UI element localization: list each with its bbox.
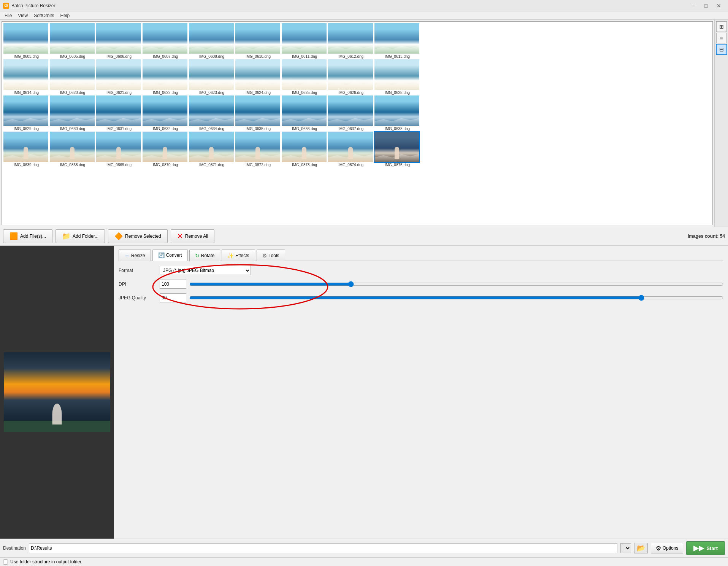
image-cell[interactable]: IMG_0631.dng [96, 95, 142, 131]
images-count: Images count: 54 [688, 234, 725, 239]
tab-convert[interactable]: 🔄 Convert [152, 250, 188, 261]
destination-label: Destination [3, 545, 26, 551]
image-cell[interactable]: IMG_0629.dng [3, 95, 49, 131]
image-cell[interactable]: IMG_0611.dng [282, 23, 327, 59]
close-button[interactable]: ✕ [713, 2, 725, 10]
menu-file[interactable]: File [2, 12, 15, 19]
image-grid-container[interactable]: IMG_0603.dngIMG_0605.dngIMG_0606.dngIMG_… [2, 21, 713, 225]
image-label: IMG_0630.dng [50, 127, 95, 131]
image-cell[interactable]: IMG_0607.dng [143, 23, 188, 59]
image-cell[interactable]: IMG_0628.dng [374, 59, 420, 95]
image-cell[interactable]: IMG_0625.dng [282, 59, 327, 95]
image-cell[interactable]: IMG_0868.dng [50, 132, 95, 167]
app-title: Batch Picture Resizer [11, 3, 55, 8]
image-cell[interactable]: IMG_0626.dng [328, 59, 374, 95]
image-label: IMG_0872.dng [235, 163, 281, 167]
remove-selected-label: Remove Selected [125, 234, 161, 239]
jpeg-quality-slider[interactable] [189, 294, 723, 302]
image-cell[interactable]: IMG_0630.dng [50, 95, 95, 131]
image-label: IMG_0612.dng [328, 54, 374, 59]
tab-resize[interactable]: ↔ Resize [119, 250, 151, 261]
image-cell[interactable]: IMG_0622.dng [143, 59, 188, 95]
gear-icon: ⚙ [656, 545, 661, 552]
image-label: IMG_0639.dng [3, 163, 49, 167]
image-cell[interactable]: IMG_0620.dng [50, 59, 95, 95]
image-cell[interactable]: IMG_0613.dng [374, 23, 420, 59]
convert-panel: Format JPG (*.jpg) JPEG Bitmap PNG (*.pn… [119, 266, 723, 302]
tab-tools[interactable]: ⚙ Tools [257, 250, 285, 261]
tools-icon: ⚙ [262, 253, 267, 259]
footer-bar: Use folder structure in output folder [0, 557, 728, 566]
image-cell[interactable]: IMG_0871.dng [189, 132, 235, 167]
image-grid: IMG_0603.dngIMG_0605.dngIMG_0606.dngIMG_… [2, 22, 712, 169]
image-cell[interactable]: IMG_0635.dng [235, 95, 281, 131]
dpi-row: DPI [119, 280, 723, 289]
image-label: IMG_0873.dng [282, 163, 327, 167]
image-cell[interactable]: IMG_0636.dng [282, 95, 327, 131]
tab-rotate[interactable]: ↻ Rotate [189, 250, 220, 261]
image-label: IMG_0607.dng [143, 54, 188, 59]
menu-softorbits[interactable]: SoftOrbits [31, 12, 57, 19]
image-cell[interactable]: IMG_0875.dng [374, 132, 420, 167]
image-label: IMG_0626.dng [328, 91, 374, 95]
maximize-button[interactable]: □ [700, 2, 712, 10]
image-cell[interactable]: IMG_0634.dng [189, 95, 235, 131]
image-cell[interactable]: IMG_0639.dng [3, 132, 49, 167]
add-files-button[interactable]: 🟧 Add File(s)... [3, 229, 52, 243]
tab-resize-label: Resize [131, 253, 145, 258]
image-cell[interactable]: IMG_0605.dng [50, 23, 95, 59]
destination-browse-button[interactable]: 📂 [634, 543, 648, 553]
image-label: IMG_0871.dng [189, 163, 235, 167]
format-select[interactable]: JPG (*.jpg) JPEG Bitmap PNG (*.png) Port… [160, 266, 251, 275]
image-cell[interactable]: IMG_0873.dng [282, 132, 327, 167]
destination-dropdown[interactable] [620, 543, 631, 553]
image-label: IMG_0628.dng [374, 91, 420, 95]
bottom-area: ↔ Resize 🔄 Convert ↻ Rotate ✨ Effects ⚙ [0, 246, 728, 539]
folder-structure-checkbox[interactable] [3, 560, 8, 564]
folder-structure-row: Use folder structure in output folder [3, 559, 81, 564]
add-folder-icon: 📁 [62, 232, 70, 240]
image-cell[interactable]: IMG_0621.dng [96, 59, 142, 95]
jpeg-slider-container [189, 293, 723, 302]
edit-panel: ↔ Resize 🔄 Convert ↻ Rotate ✨ Effects ⚙ [114, 246, 728, 539]
top-area: IMG_0603.dngIMG_0605.dngIMG_0606.dngIMG_… [0, 20, 728, 227]
image-cell[interactable]: IMG_0632.dng [143, 95, 188, 131]
image-cell[interactable]: IMG_0603.dng [3, 23, 49, 59]
image-cell[interactable]: IMG_0874.dng [328, 132, 374, 167]
image-label: IMG_0874.dng [328, 163, 374, 167]
jpeg-quality-label: JPEG Quality [119, 295, 157, 300]
image-cell[interactable]: IMG_0624.dng [235, 59, 281, 95]
jpeg-quality-input[interactable] [160, 293, 186, 302]
list-view-btn[interactable]: ≡ [716, 33, 727, 43]
image-cell[interactable]: IMG_0638.dng [374, 95, 420, 131]
menu-view[interactable]: View [15, 12, 31, 19]
image-cell[interactable]: IMG_0610.dng [235, 23, 281, 59]
image-cell[interactable]: IMG_0608.dng [189, 23, 235, 59]
minimize-button[interactable]: ─ [687, 2, 699, 10]
right-toolbar: ⊞ ≡ ⊟ [714, 20, 728, 227]
image-cell[interactable]: IMG_0637.dng [328, 95, 374, 131]
image-cell[interactable]: IMG_0606.dng [96, 23, 142, 59]
image-cell[interactable]: IMG_0623.dng [189, 59, 235, 95]
large-icons-btn[interactable]: ⊞ [716, 21, 727, 32]
options-button[interactable]: ⚙ Options [651, 543, 683, 553]
image-cell[interactable]: IMG_0872.dng [235, 132, 281, 167]
image-cell[interactable]: IMG_0614.dng [3, 59, 49, 95]
remove-all-button[interactable]: ✕ Remove All [171, 229, 215, 243]
start-button[interactable]: ▶▶ Start [686, 541, 725, 555]
image-cell[interactable]: IMG_0869.dng [96, 132, 142, 167]
format-label: Format [119, 268, 157, 273]
destination-input[interactable] [29, 543, 617, 553]
image-cell[interactable]: IMG_0612.dng [328, 23, 374, 59]
image-label: IMG_0869.dng [96, 163, 142, 167]
image-cell[interactable]: IMG_0870.dng [143, 132, 188, 167]
dpi-slider[interactable] [189, 280, 723, 288]
menu-help[interactable]: Help [57, 12, 73, 19]
add-folder-button[interactable]: 📁 Add Folder... [56, 229, 105, 243]
tab-effects[interactable]: ✨ Effects [222, 250, 255, 261]
tabs-row: ↔ Resize 🔄 Convert ↻ Rotate ✨ Effects ⚙ [119, 249, 723, 261]
dpi-input[interactable] [160, 280, 186, 289]
grid-view-btn[interactable]: ⊟ [716, 44, 727, 55]
resize-icon: ↔ [124, 253, 130, 259]
remove-selected-button[interactable]: 🔶 Remove Selected [108, 229, 168, 243]
